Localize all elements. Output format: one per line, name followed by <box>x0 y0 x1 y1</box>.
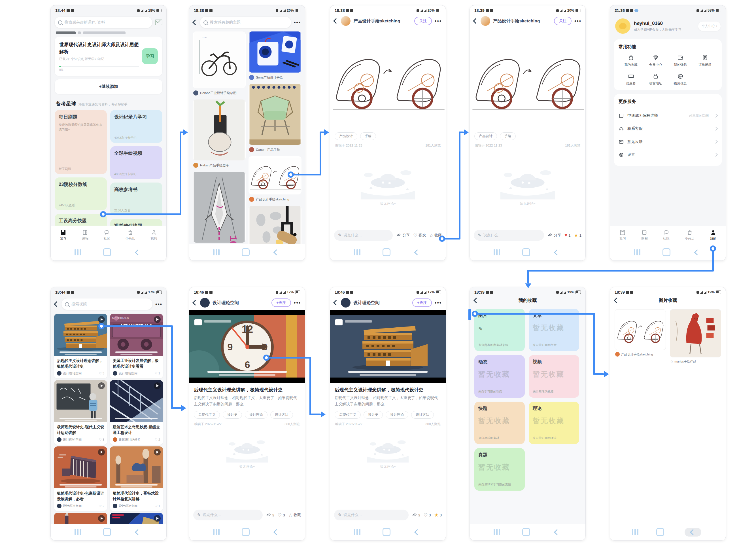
back-chevron-icon[interactable] <box>333 18 339 24</box>
author-avatar[interactable] <box>341 16 350 26</box>
collection-card-videos[interactable]: 视频 暂无收藏 来自星球的视频 <box>529 355 579 398</box>
tag[interactable]: 设计理论 <box>386 411 408 419</box>
back-chevron-icon[interactable] <box>473 18 479 24</box>
share-button[interactable]: 3 <box>412 512 420 518</box>
home-icon[interactable] <box>656 528 664 536</box>
tab-courses[interactable]: 课程 <box>82 229 88 240</box>
search-input[interactable]: 搜索视频 <box>61 299 152 310</box>
more-menu-icon[interactable]: ••• <box>574 18 582 24</box>
topic-image-motorcycle-sketch[interactable]: 27 in <box>193 31 246 88</box>
tab-community[interactable]: 社区 <box>663 229 670 240</box>
topic-image-race-car[interactable]: 10 <box>193 172 246 242</box>
like-button-active[interactable]: ♥1 <box>565 232 570 238</box>
more-menu-icon[interactable]: ••• <box>435 300 442 306</box>
tab-mine[interactable]: 我的 <box>710 229 716 240</box>
tag[interactable]: 设计方法 <box>270 411 293 419</box>
topic-image-washer-render[interactable] <box>248 31 301 73</box>
collected-image-item[interactable]: 产品设计手绘sketching <box>615 309 666 359</box>
video-card[interactable]: 后现代主义设计理念讲解，极简现代设计史 设计理论空间♡3 <box>54 314 107 378</box>
tag[interactable]: 手绘 <box>360 132 376 140</box>
back-icon[interactable] <box>554 529 560 535</box>
menu-my-favorites[interactable]: 我的收藏 <box>619 54 643 67</box>
personal-center-button[interactable]: 个人中心 › <box>698 22 721 31</box>
back-icon[interactable] <box>690 529 696 535</box>
current-course-card[interactable]: 世界现代设计史设计师大师及设计思想解析 已复习1个知识点 暂无学习笔记 0% 学… <box>55 37 162 76</box>
user-avatar[interactable] <box>615 18 631 34</box>
like-button[interactable]: ♡3 <box>278 512 285 518</box>
video-player[interactable] <box>189 310 305 383</box>
menu-shipping-address[interactable]: 收货地址 <box>643 73 668 86</box>
home-icon[interactable] <box>103 528 111 536</box>
tab-courses[interactable]: 课程 <box>641 229 648 240</box>
back-chevron-icon[interactable] <box>54 301 59 307</box>
grid-card-score-lines[interactable]: 23院校分数线 2453人查看 <box>55 177 107 210</box>
back-icon[interactable] <box>414 529 420 535</box>
more-menu-icon[interactable]: ••• <box>155 301 162 307</box>
sketch-image[interactable] <box>470 28 585 129</box>
tab-community[interactable]: 社区 <box>104 229 110 240</box>
grid-card-reference-books[interactable]: 高校参考书 2156人查看 <box>110 182 162 215</box>
topic-caption[interactable]: Hakan产品手绘思考 <box>193 162 246 170</box>
grid-card-documentary[interactable]: 设计纪录片学习 4063次打卡学习 <box>110 110 162 143</box>
home-icon[interactable] <box>103 248 111 256</box>
video-card[interactable]: 建筑艺术之奇思妙想-超级交通工程设计 建筑设计纪录片♡2 <box>110 380 163 445</box>
tag[interactable]: 产品设计 <box>474 132 497 140</box>
video-card[interactable]: 极简现代设计史-现代主义设计运动讲解 设计理论空间♡3 <box>54 380 107 445</box>
tag[interactable]: 设计史 <box>223 411 242 419</box>
author-name[interactable]: 设计理论空间 <box>212 300 239 306</box>
back-chevron-icon[interactable] <box>192 300 198 306</box>
topic-image-chair-sketch[interactable] <box>248 84 301 145</box>
like-button[interactable]: ♡3 <box>424 512 431 518</box>
search-input[interactable]: 搜索感兴趣的课程, 资料 <box>55 17 152 28</box>
collection-card-articles[interactable]: 文章 暂无收藏 来自学习圈的文章 <box>529 309 579 351</box>
author-name[interactable]: 设计理论空间 <box>353 300 380 306</box>
tab-review[interactable]: 复习 <box>60 229 67 240</box>
author-avatar[interactable] <box>481 16 490 26</box>
tag[interactable]: 手绘 <box>500 132 516 140</box>
recents-icon[interactable] <box>636 249 638 255</box>
home-icon[interactable] <box>383 528 391 536</box>
more-menu-icon[interactable]: ••• <box>294 300 301 306</box>
study-button[interactable]: 学习 <box>142 48 158 64</box>
tab-shop[interactable]: 小商店 <box>685 229 695 240</box>
tag[interactable]: 设计方法 <box>411 411 434 419</box>
menu-member-center[interactable]: 会员中心 <box>643 54 668 67</box>
mail-icon[interactable] <box>155 20 162 25</box>
recents-icon[interactable] <box>77 529 78 535</box>
comment-input[interactable]: ✎说点什么… <box>334 230 393 240</box>
back-icon[interactable] <box>273 249 279 255</box>
more-menu-icon[interactable]: ••• <box>435 18 442 24</box>
collection-card-images[interactable]: 图片 ✎ 包含所有图库素材来源 <box>474 309 525 351</box>
collect-button[interactable]: ☆收藏 <box>288 512 301 518</box>
collected-image-item[interactable]: ✩marius手绘作品 <box>670 309 721 366</box>
follow-button[interactable]: +关注 <box>271 299 291 307</box>
recents-icon[interactable] <box>216 249 217 255</box>
menu-contact-support[interactable]: 联系客服 <box>619 122 717 135</box>
recents-icon[interactable] <box>634 529 636 535</box>
menu-logistics-info[interactable]: 物流信息 <box>668 73 693 86</box>
collection-card-theory[interactable]: 理论 暂无收藏 来自学习圈的理论 <box>529 402 579 444</box>
video-card[interactable]: 极简现代设计史-包豪斯设计发展讲解，必看 设计理论空间♡2 <box>54 446 107 511</box>
recents-icon[interactable] <box>77 249 78 255</box>
follow-button[interactable]: +关注 <box>412 299 432 307</box>
author-avatar[interactable] <box>341 298 350 308</box>
back-button-highlight[interactable] <box>685 528 701 537</box>
home-icon[interactable] <box>242 248 250 256</box>
like-button[interactable]: ♡喜欢 <box>413 233 426 238</box>
home-icon[interactable] <box>522 528 530 536</box>
share-button[interactable]: 分享 <box>396 233 410 238</box>
follow-button[interactable]: 关注 <box>554 17 572 25</box>
recents-icon[interactable] <box>216 529 217 535</box>
back-chevron-icon[interactable] <box>333 300 339 306</box>
author-name[interactable]: 产品设计手绘sketching <box>353 18 400 24</box>
back-icon[interactable] <box>554 249 560 255</box>
back-icon[interactable] <box>135 249 141 255</box>
author-avatar[interactable] <box>200 298 210 308</box>
back-chevron-icon[interactable] <box>192 20 198 25</box>
collect-button-active[interactable]: ★3 <box>435 512 442 518</box>
collection-card-posts[interactable]: 动态 暂无收藏 来自学习圈的动态 <box>474 355 525 398</box>
menu-feedback[interactable]: 意见反馈 <box>619 135 717 148</box>
topic-caption[interactable]: Sona产品设计手绘 <box>248 74 301 82</box>
sketch-image[interactable] <box>330 28 446 129</box>
share-button[interactable]: 3 <box>266 512 274 518</box>
